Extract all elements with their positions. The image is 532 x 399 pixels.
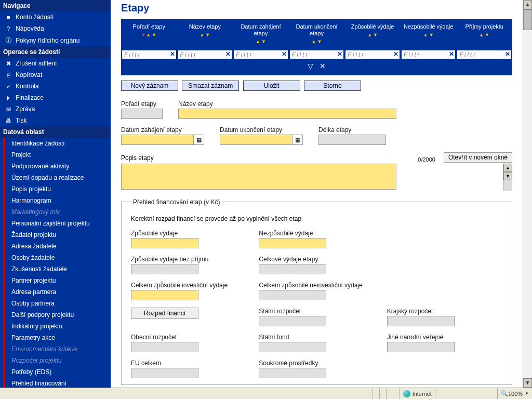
ops-item[interactable]: ⏵Finalizace (0, 92, 111, 103)
delka-label: Délka etapy (318, 126, 386, 134)
ops-label: Zpráva (16, 105, 35, 113)
ops-icon: ✉ (4, 106, 12, 113)
scroll-down-arrow-icon[interactable]: ▼ (523, 378, 532, 388)
datum-ukonceni-input[interactable]: ▦ (220, 135, 303, 145)
nazev-input[interactable] (178, 109, 396, 119)
clear-filter-icon[interactable]: ✕ (170, 50, 175, 58)
filter-input[interactable] (289, 50, 344, 59)
zoom-indicator[interactable]: 🔍 100% ▼ (497, 388, 532, 399)
grid-col-header[interactable]: Datum zahájení etapy▲▼ (233, 22, 289, 46)
data-menu-item[interactable]: Personální zajištění projektu (0, 218, 111, 229)
data-menu-item[interactable]: Partner projektu (0, 275, 111, 286)
rozpad-button[interactable]: Rozpad financí (131, 308, 198, 319)
data-menu-item[interactable]: Rozpočet projektu (0, 355, 111, 366)
data-menu-item[interactable]: Území dopadu a realizace (0, 172, 111, 183)
datum-zahajeni-input[interactable]: ▦ (121, 135, 204, 145)
filter-input[interactable] (178, 50, 233, 59)
clear-filter-icon[interactable]: ✕ (393, 50, 398, 58)
data-menu-item[interactable]: Parametry akce (0, 332, 111, 343)
filter-input[interactable] (345, 50, 400, 59)
new-record-button[interactable]: Nový záznam (121, 81, 178, 91)
nav-item[interactable]: ■Konto žádostí (0, 11, 111, 23)
sort-asc-icon[interactable]: ▲ (146, 32, 151, 37)
data-menu-item[interactable]: Identifikace žádosti (0, 138, 111, 149)
data-menu-item[interactable]: Indikátory projektu (0, 321, 111, 332)
grid-col-header[interactable]: Název etapy▲▼ (177, 22, 233, 46)
sort-desc-icon[interactable]: ▼ (429, 32, 434, 37)
data-menu-item[interactable]: Žadatel projektu (0, 229, 111, 241)
save-button[interactable]: Uložit (243, 81, 300, 91)
textarea-scrollbar[interactable]: ▲ ▼ (503, 164, 512, 191)
data-menu-item[interactable]: Přehled financování (0, 378, 111, 388)
clear-filter-icon[interactable]: ✕ (225, 50, 231, 58)
sort-asc-icon[interactable]: ▲ (256, 39, 260, 44)
scroll-down-icon[interactable]: ▼ (503, 172, 512, 180)
grid-col-header[interactable]: Způsobilé výdaje▲▼ (344, 22, 401, 46)
data-menu-item[interactable]: Další podpory projektu (0, 309, 111, 321)
ops-item[interactable]: 🖶Tisk (0, 115, 111, 126)
sort-asc-icon[interactable]: ▲ (423, 32, 428, 37)
calendar-icon[interactable]: ▦ (292, 135, 302, 144)
data-menu-item[interactable]: Podporované aktivity (0, 161, 111, 172)
data-menu-item[interactable]: Environmentální kritéria (0, 343, 111, 355)
grid-col-header[interactable]: Datum ukončení etapy▲▼ (289, 22, 345, 46)
data-menu-item[interactable]: Marketingový mix (0, 206, 111, 218)
filter-apply-icon[interactable]: ▽ (308, 62, 313, 70)
chevron-down-icon[interactable]: ▼ (525, 391, 529, 396)
data-menu-item[interactable]: Popis projektu (0, 183, 111, 195)
content-area: Etapy Pořadí etapy▼▲▼Název etapy▲▼Datum … (111, 0, 523, 388)
sort-asc-icon[interactable]: ▲ (367, 32, 372, 37)
nav-item[interactable]: ?Nápověda (0, 23, 111, 34)
sort-desc-icon[interactable]: ▼ (373, 32, 378, 37)
col-label: Nezpůsobilé výdaje (403, 23, 455, 30)
ops-item[interactable]: ✖Zrušení sdílení (0, 58, 111, 69)
sort-asc-icon[interactable]: ▲ (479, 32, 484, 37)
grid-col-header[interactable]: Pořadí etapy▼▲▼ (121, 22, 177, 46)
clear-filter-icon[interactable]: ✕ (337, 50, 342, 58)
calendar-icon[interactable]: ▦ (193, 135, 204, 144)
ops-item[interactable]: ⎘Kopírovat (0, 69, 111, 81)
poradi-input (121, 109, 163, 119)
sort-desc-icon[interactable]: ▼ (152, 32, 156, 37)
filter-input[interactable] (122, 50, 177, 59)
scroll-up-arrow-icon[interactable]: ▲ (523, 0, 532, 9)
nav-item[interactable]: ⓘPokyny řídícího orgánu (0, 34, 111, 46)
nezpusobile-input[interactable] (259, 238, 326, 248)
data-menu-item[interactable]: Potřeby (EDS) (0, 366, 111, 378)
sort-desc-icon[interactable]: ▼ (317, 39, 322, 44)
sort-desc-icon[interactable]: ▼ (485, 32, 489, 37)
celkem-inv-input[interactable] (131, 290, 198, 300)
grid-col-header[interactable]: Nezpůsobilé výdaje▲▼ (401, 22, 457, 46)
open-new-window-button[interactable]: Otevřít v novém okně (444, 152, 512, 163)
popis-textarea[interactable] (121, 164, 396, 190)
sort-asc-icon[interactable]: ▲ (200, 32, 204, 37)
data-menu-item[interactable]: Zkušenosti žadatele (0, 263, 111, 275)
filter-input[interactable] (233, 50, 288, 59)
delete-record-button[interactable]: Smazat záznam (182, 81, 239, 91)
ops-item[interactable]: ✓Kontrola (0, 81, 111, 92)
scroll-up-icon[interactable]: ▲ (503, 164, 512, 172)
cancel-button[interactable]: Storno (304, 81, 361, 91)
filter-input[interactable] (401, 50, 456, 59)
sort-desc-icon[interactable]: ▼ (205, 32, 210, 37)
ops-item[interactable]: ✉Zpráva (0, 103, 111, 115)
filter-clear-icon[interactable]: ✕ (320, 62, 326, 70)
sort-desc-icon[interactable]: ▼ (261, 39, 266, 44)
data-menu-item[interactable]: Adresa žadatele (0, 241, 111, 252)
ops-icon: ✖ (4, 60, 12, 67)
zoom-value: 100% (508, 391, 523, 397)
sort-asc-icon[interactable]: ▲ (312, 39, 316, 44)
data-menu-item[interactable]: Osoby žadatele (0, 252, 111, 263)
main-scrollbar[interactable]: ▲ ▼ (523, 0, 532, 388)
scroll-thumb[interactable] (523, 9, 532, 30)
data-menu-item[interactable]: Projekt (0, 149, 111, 161)
data-menu-item[interactable]: Osoby partnera (0, 298, 111, 309)
clear-filter-icon[interactable]: ✕ (282, 50, 287, 58)
grid-col-header[interactable]: Příjmy projektu▲▼ (456, 22, 512, 46)
zpusobile-input[interactable] (131, 238, 198, 248)
clear-filter-icon[interactable]: ✕ (449, 50, 454, 58)
data-menu-item[interactable]: Harmonogram (0, 195, 111, 206)
filter-input[interactable] (457, 50, 512, 59)
data-menu-item[interactable]: Adresa partnera (0, 286, 111, 298)
clear-filter-icon[interactable]: ✕ (505, 50, 510, 58)
